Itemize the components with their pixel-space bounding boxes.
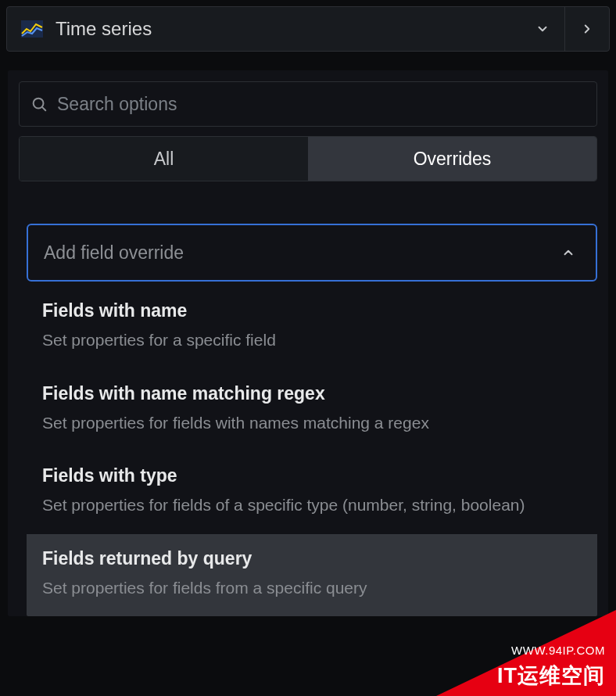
chevron-right-icon <box>580 22 594 36</box>
option-title: Fields with type <box>42 465 582 486</box>
chevron-down-icon <box>535 22 550 36</box>
option-title: Fields returned by query <box>42 548 582 569</box>
overrides-section: Add field override Fields with name Set … <box>8 224 608 616</box>
search-input[interactable] <box>57 94 586 115</box>
override-option-fields-query[interactable]: Fields returned by query Set properties … <box>27 534 597 617</box>
override-option-fields-with-name[interactable]: Fields with name Set properties for a sp… <box>27 286 597 369</box>
visualization-header: Time series <box>6 6 610 52</box>
option-desc: Set properties for fields of a specific … <box>42 493 582 518</box>
panel-collapse-button[interactable] <box>565 6 609 52</box>
watermark-main: IT运维空间 <box>497 662 605 690</box>
watermark-url: WWW.94IP.COM <box>511 644 605 657</box>
options-panel: All Overrides Add field override Fields … <box>8 70 608 616</box>
override-option-fields-regex[interactable]: Fields with name matching regex Set prop… <box>27 369 597 452</box>
search-options-row[interactable] <box>19 81 597 127</box>
visualization-dropdown-toggle[interactable] <box>521 6 564 52</box>
time-series-icon <box>21 20 43 38</box>
options-tabs: All Overrides <box>19 136 597 181</box>
tab-all[interactable]: All <box>20 137 308 181</box>
add-override-label: Add field override <box>44 242 184 264</box>
option-desc: Set properties for a specific field <box>42 328 582 353</box>
option-desc: Set properties for fields from a specifi… <box>42 576 582 601</box>
option-desc: Set properties for fields with names mat… <box>42 411 582 436</box>
search-icon <box>30 95 48 113</box>
chevron-up-icon <box>561 246 575 260</box>
override-option-fields-type[interactable]: Fields with type Set properties for fiel… <box>27 451 597 534</box>
visualization-label: Time series <box>56 18 152 40</box>
override-dropdown-list: Fields with name Set properties for a sp… <box>27 286 597 616</box>
svg-line-2 <box>42 107 45 110</box>
visualization-picker[interactable]: Time series <box>7 7 521 51</box>
tab-overrides[interactable]: Overrides <box>308 137 596 181</box>
add-field-override-button[interactable]: Add field override <box>27 224 597 282</box>
option-title: Fields with name matching regex <box>42 383 582 404</box>
option-title: Fields with name <box>42 300 582 321</box>
